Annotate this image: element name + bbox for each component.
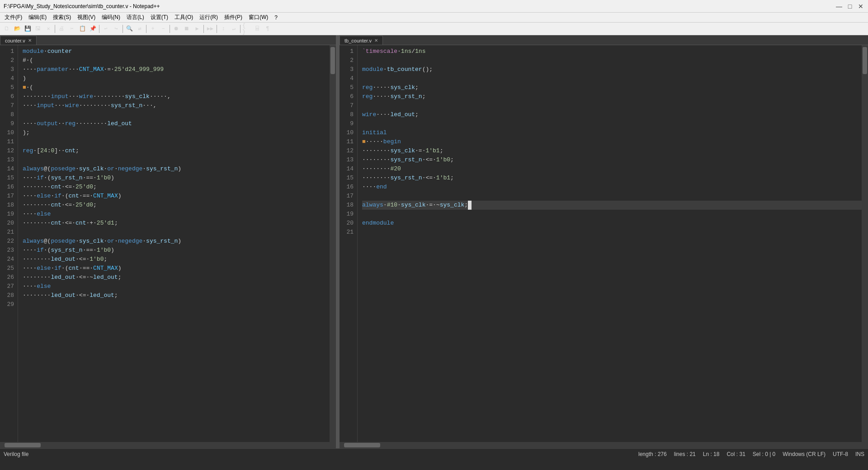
status-encoding: UTF-8 [833,451,848,457]
menu-language[interactable]: 语言(L) [124,13,147,22]
left-line-numbers: 1234567891011121314151617181920212223242… [0,45,18,442]
toolbar-sep-2 [99,25,99,33]
menu-view[interactable]: 视图(V) [75,13,98,22]
status-sel: Sel : 0 | 0 [753,451,775,457]
right-tab-bar: tb_counter.v ✕ [340,35,868,45]
window-controls: — □ ✕ [835,3,864,10]
menu-window[interactable]: 窗口(W) [246,13,271,22]
left-code-content[interactable]: module·counter#·(····parameter···CNT_MAX… [18,45,330,442]
minimize-button[interactable]: — [835,3,843,10]
left-vscroll[interactable] [330,45,336,442]
print-button[interactable]: 🖨 [57,24,66,34]
macro-play[interactable]: ▶ [192,24,202,34]
find-button[interactable]: 🔍 [124,24,134,34]
new-button[interactable]: 🗋 [2,24,12,34]
open-button[interactable]: 📂 [12,24,22,34]
title-text: F:\FPGA\My_Study_Notes\counter\sim\tb_co… [4,3,160,9]
right-vscroll[interactable] [862,45,868,442]
left-pane: counter.v ✕ 1234567891011121314151617181… [0,35,337,448]
right-line-numbers: 123456789101112131415161718192021 [340,45,358,442]
right-tab-close[interactable]: ✕ [374,38,378,43]
save-button[interactable]: 💾 [23,24,33,34]
left-tab-bar: counter.v ✕ [0,35,336,45]
menu-edit[interactable]: 编辑(E) [26,13,49,22]
redo-button[interactable]: ↪ [111,24,121,34]
save-all-button[interactable]: 🖫 [33,24,43,34]
toolbar-sep-6 [203,25,204,33]
status-length: length : 276 [638,451,667,457]
right-tab-tbcounter[interactable]: tb_counter.v ✕ [340,36,383,45]
status-col: Col : 31 [726,451,745,457]
right-code-area[interactable]: 123456789101112131415161718192021 `times… [340,45,868,442]
editor-container: counter.v ✕ 1234567891011121314151617181… [0,35,868,448]
left-tab-counter[interactable]: counter.v ✕ [0,36,37,45]
menu-encode[interactable]: 编码(N) [99,13,123,22]
menu-help[interactable]: ? [272,14,280,21]
toolbar-sep-1 [55,25,55,33]
indent-guide[interactable]: ⌸ [252,24,262,34]
bracket-match[interactable]: { } [242,24,252,34]
toolbar-sep-3 [123,25,123,33]
status-lines: lines : 21 [674,451,696,457]
replace-button[interactable]: ⇄ [135,24,145,34]
menu-run[interactable]: 运行(R) [197,13,221,22]
menu-bar: 文件(F) 编辑(E) 搜索(S) 视图(V) 编码(N) 语言(L) 设置(T… [0,13,868,23]
toolbar-sep-8 [240,25,241,33]
menu-search[interactable]: 搜索(S) [50,13,74,22]
left-tab-label: counter.v [5,38,25,43]
menu-file[interactable]: 文件(F) [2,13,25,22]
toolbar-sep-4 [146,25,146,33]
menu-tools[interactable]: 工具(O) [172,13,196,22]
macro-stop[interactable]: ⏹ [182,24,192,34]
copy-button[interactable]: 📋 [77,24,87,34]
status-line-ending: Windows (CR LF) [783,451,826,457]
whitespace-show[interactable]: ¶ [263,24,273,34]
right-pane: tb_counter.v ✕ 1234567891011121314151617… [340,35,868,448]
menu-settings[interactable]: 设置(T) [148,13,171,22]
sync-scroll[interactable]: ↕ [218,24,228,34]
right-tab-label: tb_counter.v [344,38,372,43]
zoom-in-button[interactable]: + [148,24,158,34]
right-hscroll-thumb[interactable] [344,443,380,447]
status-ln: Ln : 18 [703,451,720,457]
cut-button[interactable]: ✂ [67,24,77,34]
undo-button[interactable]: ↩ [101,24,111,34]
right-hscroll[interactable] [340,442,868,448]
left-hscroll[interactable] [0,442,336,448]
toolbar-sep-7 [217,25,217,33]
title-bar: F:\FPGA\My_Study_Notes\counter\sim\tb_co… [0,0,868,13]
left-tab-close[interactable]: ✕ [28,38,32,43]
run-button[interactable]: ▶▶ [205,24,215,34]
status-bar: Verilog file length : 276 lines : 21 Ln … [0,448,868,459]
close-button-tb[interactable]: ✕ [43,24,53,34]
status-filetype: Verilog file [4,451,28,457]
toolbar: 🗋 📂 💾 🖫 ✕ 🖨 ✂ 📋 📌 ↩ ↪ 🔍 ⇄ + − ⏺ ⏹ ▶ ▶▶ ↕… [0,23,868,35]
status-left: Verilog file [4,451,28,457]
paste-button[interactable]: 📌 [88,24,98,34]
right-vscroll-thumb[interactable] [863,47,867,74]
left-hscroll-thumb[interactable] [5,443,41,447]
maximize-button[interactable]: □ [846,3,854,10]
status-ins: INS [855,451,864,457]
left-vscroll-thumb[interactable] [330,47,335,74]
zoom-out-button[interactable]: − [158,24,168,34]
menu-plugins[interactable]: 插件(P) [222,13,245,22]
close-button[interactable]: ✕ [857,3,864,10]
toolbar-sep-5 [170,25,170,33]
word-wrap[interactable]: ↵ [229,24,239,34]
right-code-content[interactable]: `timescale·1ns/1nsmodule·tb_counter();re… [358,45,862,442]
status-right: length : 276 lines : 21 Ln : 18 Col : 31… [638,451,864,457]
macro-record[interactable]: ⏺ [171,24,181,34]
left-code-area[interactable]: 1234567891011121314151617181920212223242… [0,45,336,442]
